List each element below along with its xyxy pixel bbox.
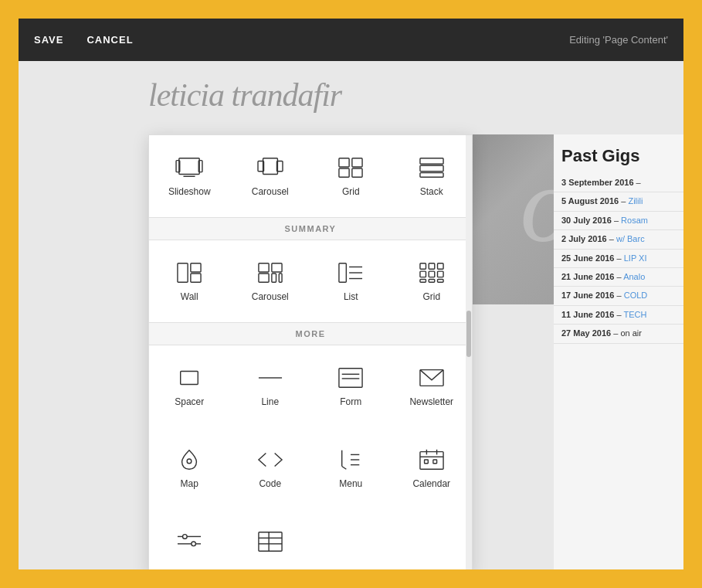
more-section-label: MORE	[149, 322, 472, 345]
svg-rect-19	[259, 274, 269, 282]
stack-label: Stack	[420, 186, 443, 197]
map-icon	[175, 447, 204, 472]
svg-point-41	[187, 459, 192, 464]
block-type-dropdown: Slideshow Carousel	[148, 134, 473, 569]
save-button[interactable]: SAVE	[34, 34, 63, 46]
code-icon	[256, 447, 285, 472]
svg-rect-18	[272, 263, 282, 272]
block-type-carousel-top[interactable]: Carousel	[230, 143, 311, 209]
form-icon	[336, 365, 365, 390]
svg-rect-14	[178, 263, 188, 282]
spacer-icon	[175, 365, 204, 390]
svg-rect-7	[339, 158, 349, 167]
form-label: Form	[340, 396, 361, 407]
svg-rect-52	[433, 460, 437, 464]
block-type-wall[interactable]: Wall	[149, 248, 230, 314]
svg-rect-51	[424, 460, 428, 464]
svg-rect-30	[429, 271, 435, 277]
svg-rect-34	[437, 279, 443, 282]
more-block-grid-3	[149, 509, 472, 569]
list-item: 30 July 2016 – Rosam	[554, 212, 683, 230]
newsletter-label: Newsletter	[409, 396, 453, 407]
svg-rect-21	[279, 274, 282, 282]
more-block-grid-2: Map Code	[149, 427, 472, 509]
carousel-top-label: Carousel	[252, 186, 289, 197]
past-gigs-title: Past Gigs	[554, 134, 683, 174]
svg-rect-2	[198, 161, 202, 172]
calendar-icon	[417, 447, 446, 472]
grid-summary-label: Grid	[422, 291, 440, 302]
block-type-newsletter[interactable]: Newsletter	[392, 353, 473, 420]
svg-line-43	[342, 466, 347, 469]
svg-rect-22	[339, 263, 346, 282]
list-icon	[336, 260, 365, 285]
block-type-table[interactable]	[230, 517, 311, 566]
newsletter-icon	[417, 365, 446, 390]
svg-rect-20	[272, 274, 276, 282]
svg-rect-0	[179, 158, 199, 175]
table-icon	[256, 529, 285, 554]
grid-summary-icon	[417, 260, 446, 285]
wall-label: Wall	[181, 291, 198, 302]
code-label: Code	[259, 478, 281, 489]
editing-label: Editing 'Page Content'	[569, 34, 668, 46]
list-item: 3 September 2016 –	[554, 174, 683, 192]
svg-rect-31	[437, 271, 443, 277]
svg-rect-8	[352, 158, 362, 167]
svg-rect-9	[339, 168, 349, 177]
svg-point-55	[183, 535, 188, 539]
svg-rect-26	[420, 263, 426, 270]
cancel-button[interactable]: CANCEL	[86, 34, 133, 46]
svg-rect-47	[420, 452, 443, 470]
slideshow-label: Slideshow	[168, 186, 211, 197]
list-label: List	[344, 291, 358, 302]
stack-icon	[417, 155, 446, 180]
slideshow-icon	[175, 155, 204, 180]
carousel-summary-label: Carousel	[252, 291, 289, 302]
block-type-slideshow[interactable]: Slideshow	[149, 143, 230, 209]
block-type-spacer[interactable]: Spacer	[149, 353, 230, 420]
block-type-list[interactable]: List	[310, 248, 392, 314]
svg-rect-27	[429, 263, 435, 270]
past-gigs-sidebar: Past Gigs 3 September 2016 – 5 August 20…	[554, 134, 683, 569]
page-wrapper: SAVE CANCEL Editing 'Page Content' letic…	[19, 19, 683, 569]
svg-rect-10	[352, 168, 362, 177]
svg-rect-32	[420, 279, 426, 282]
list-item: 5 August 2016 – Zilili	[554, 192, 683, 211]
block-type-filter[interactable]	[149, 517, 230, 566]
block-type-form[interactable]: Form	[310, 353, 392, 420]
block-type-carousel-summary[interactable]: Carousel	[230, 248, 311, 314]
calendar-label: Calendar	[412, 478, 450, 489]
block-type-grid-summary[interactable]: Grid	[392, 248, 473, 314]
summary-section-label: SUMMARY	[149, 217, 472, 240]
filter-icon	[175, 529, 204, 554]
menu-icon	[336, 447, 365, 472]
svg-rect-57	[259, 532, 282, 551]
grid-top-label: Grid	[342, 186, 360, 197]
list-item: 2 July 2016 – w/ Barc	[554, 230, 683, 249]
svg-point-56	[192, 542, 196, 546]
block-type-map[interactable]: Map	[149, 435, 230, 501]
menu-label: Menu	[339, 478, 362, 489]
grid-top-icon	[336, 155, 365, 180]
svg-rect-15	[191, 263, 201, 272]
block-type-code[interactable]: Code	[230, 435, 311, 501]
wall-icon	[175, 260, 204, 285]
svg-rect-35	[181, 372, 198, 385]
list-item: 27 May 2016 – on air	[554, 325, 683, 343]
svg-rect-11	[420, 158, 443, 165]
line-icon	[256, 365, 285, 390]
list-item: 17 June 2016 – COLD	[554, 287, 683, 305]
block-type-menu[interactable]: Menu	[310, 435, 392, 501]
block-type-stack[interactable]: Stack	[392, 143, 473, 209]
svg-rect-4	[263, 158, 277, 175]
block-type-grid-top[interactable]: Grid	[310, 143, 392, 209]
toolbar: SAVE CANCEL Editing 'Page Content'	[19, 19, 683, 61]
svg-rect-17	[259, 263, 269, 272]
block-type-calendar[interactable]: Calendar	[392, 435, 473, 501]
svg-rect-28	[437, 263, 443, 270]
dropdown-scrollbar[interactable]	[466, 135, 472, 569]
scrollbar-thumb[interactable]	[466, 311, 471, 357]
list-item: 21 June 2016 – Analo	[554, 268, 683, 287]
block-type-line[interactable]: Line	[230, 353, 311, 420]
